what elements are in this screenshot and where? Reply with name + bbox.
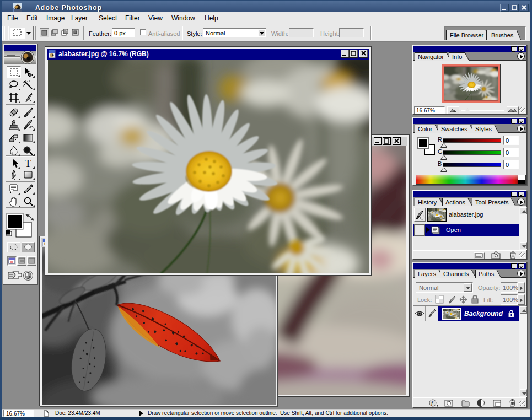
svg-text:T: T bbox=[25, 158, 31, 169]
